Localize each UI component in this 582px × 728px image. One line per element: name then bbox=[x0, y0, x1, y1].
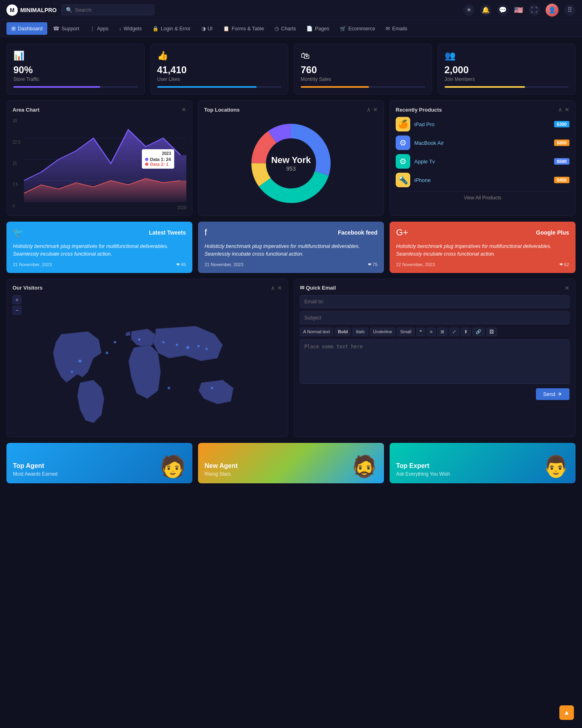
stat-bar-0 bbox=[13, 86, 138, 88]
product-name-2[interactable]: Apple Tv bbox=[414, 159, 550, 165]
product-name-0[interactable]: iPad Pro bbox=[414, 121, 550, 127]
social-header-0: 🐦 Latest Tweets bbox=[13, 227, 186, 238]
tb-italic[interactable]: Italic bbox=[352, 328, 368, 336]
visitors-collapse-icon[interactable]: ∧ bbox=[271, 285, 275, 291]
svg-point-19 bbox=[211, 387, 213, 389]
svg-point-18 bbox=[205, 347, 208, 350]
nav-dashboard-label: Dashboard bbox=[18, 26, 42, 32]
tb-underline[interactable]: Underline bbox=[370, 328, 395, 336]
avatar[interactable]: 👤 bbox=[546, 4, 559, 17]
svg-point-20 bbox=[168, 387, 171, 389]
fullscreen-icon[interactable]: ⛶ bbox=[529, 4, 540, 16]
nav-widgets[interactable]: ↓ Widgets bbox=[114, 23, 146, 35]
send-button[interactable]: Send ✈ bbox=[536, 388, 569, 400]
donut-center: New York 953 bbox=[271, 155, 311, 172]
area-chart-close-icon[interactable]: ✕ bbox=[181, 106, 186, 113]
social-date-2: 22 November, 2023 bbox=[396, 262, 435, 267]
area-chart-header: Area Chart ✕ bbox=[13, 106, 186, 113]
recently-products-close-icon[interactable]: ✕ bbox=[565, 106, 569, 113]
stat-label-2: Monthly Sales bbox=[301, 76, 425, 82]
nav-forms[interactable]: 📋 Forms & Table bbox=[218, 22, 269, 35]
nav-charts[interactable]: ◷ Charts bbox=[270, 22, 301, 35]
map-zoom-in[interactable]: + bbox=[13, 295, 21, 304]
email-body[interactable] bbox=[300, 339, 569, 384]
social-row: 🐦 Latest Tweets Holisticly benchmark plu… bbox=[6, 222, 576, 273]
nav-dashboard[interactable]: ⊞ Dashboard bbox=[6, 22, 47, 35]
tb-grid[interactable]: ⊞ bbox=[437, 328, 447, 336]
nav-dashboard-icon: ⊞ bbox=[11, 25, 16, 32]
tb-upload[interactable]: ⬆ bbox=[461, 328, 471, 336]
tb-expand[interactable]: ⤢ bbox=[449, 328, 459, 336]
donut-value: 953 bbox=[271, 165, 311, 172]
search-icon: 🔍 bbox=[66, 7, 72, 13]
social-platform-1: Facebook feed bbox=[338, 229, 377, 236]
top-locations-header: Top Locations ∧ ✕ bbox=[204, 106, 378, 113]
search-bar[interactable]: 🔍 bbox=[61, 4, 154, 15]
social-date-0: 21 November, 2023 bbox=[13, 262, 52, 267]
sun-icon[interactable]: ☀ bbox=[463, 4, 474, 16]
grid-icon[interactable]: ⠿ bbox=[564, 4, 576, 16]
agent-card-0[interactable]: Top Agent Most Awards Earned 🧑 bbox=[6, 443, 192, 483]
recently-products-card: Recently Products ∧ ✕ 🍊 iPad Pro $300 ⚙ … bbox=[390, 100, 576, 216]
visitors-header: Our Visitors ∧ ✕ bbox=[13, 285, 282, 291]
stat-label-3: Join Members bbox=[445, 76, 569, 82]
social-header-2: G+ Google Plus bbox=[396, 227, 569, 238]
recently-products-collapse-icon[interactable]: ∧ bbox=[558, 106, 562, 113]
flag-icon[interactable]: 🇺🇸 bbox=[514, 6, 523, 15]
stat-value-0: 90% bbox=[13, 64, 138, 76]
tb-link[interactable]: 🔗 bbox=[472, 328, 485, 336]
agent-card-1[interactable]: New Agent Rising Stars 🧔 bbox=[198, 443, 384, 483]
social-likes-0: ❤ 45 bbox=[176, 262, 186, 267]
map-zoom-out[interactable]: − bbox=[13, 306, 21, 315]
donut-wrap: New York 953 bbox=[204, 117, 378, 210]
tb-small[interactable]: Small bbox=[397, 328, 415, 336]
bell-icon[interactable]: 🔔 bbox=[480, 4, 491, 16]
nav-forms-label: Forms & Table bbox=[232, 26, 264, 32]
visitors-close-icon[interactable]: ✕ bbox=[277, 285, 282, 291]
social-icon-1: f bbox=[205, 227, 207, 238]
view-all-products[interactable]: View All Products bbox=[396, 191, 569, 201]
top-locations-collapse-icon[interactable]: ∧ bbox=[367, 106, 371, 113]
social-footer-1: 21 November, 2023 ❤ 75 bbox=[205, 262, 377, 267]
nav-ecommerce-icon: 🛒 bbox=[340, 25, 346, 32]
map-controls: + − bbox=[13, 295, 282, 315]
chat-icon[interactable]: 💬 bbox=[497, 4, 508, 16]
agent-desc-2: Ask Everything You Wish bbox=[396, 471, 450, 477]
nav-emails-icon: ✉ bbox=[386, 25, 390, 32]
main-nav: ⊞ Dashboard ☎ Support ⋮ Apps ↓ Widgets 🔒… bbox=[0, 20, 582, 37]
product-name-3[interactable]: iPhone bbox=[414, 177, 550, 183]
email-to-field[interactable] bbox=[300, 295, 569, 308]
tb-bold[interactable]: Bold bbox=[335, 328, 351, 336]
area-chart-wrap: 30 22.5 15 7.5 0 bbox=[13, 117, 186, 210]
nav-apps[interactable]: ⋮ Apps bbox=[85, 22, 114, 35]
nav-emails[interactable]: ✉ Emails bbox=[381, 22, 412, 35]
nav-support[interactable]: ☎ Support bbox=[48, 22, 84, 35]
email-subject-field[interactable] bbox=[300, 311, 569, 324]
recently-products-controls: ∧ ✕ bbox=[558, 106, 569, 113]
search-input[interactable] bbox=[75, 7, 148, 13]
top-locations-close-icon[interactable]: ✕ bbox=[373, 106, 378, 113]
agent-desc-1: Rising Stars bbox=[205, 471, 238, 477]
nav-pages[interactable]: 📄 Pages bbox=[302, 22, 334, 35]
stat-card-3: 👥 2,000 Join Members bbox=[438, 44, 576, 95]
social-likes-2: ❤ 62 bbox=[559, 262, 569, 267]
product-icon-2: ⚙ bbox=[396, 154, 410, 169]
email-controls: ✕ bbox=[565, 285, 569, 291]
nav-ecommerce[interactable]: 🛒 Ecommerce bbox=[335, 22, 380, 35]
agent-role-2: Top Expert bbox=[396, 462, 450, 470]
map-svg bbox=[13, 318, 282, 431]
agent-info-0: Top Agent Most Awards Earned bbox=[13, 462, 58, 477]
nav-ui[interactable]: ◑ UI bbox=[196, 22, 218, 35]
chart-x-labels: 2020 bbox=[24, 205, 186, 210]
email-close-icon[interactable]: ✕ bbox=[565, 285, 569, 291]
tb-quote[interactable]: ❝ bbox=[416, 328, 425, 336]
nav-charts-icon: ◷ bbox=[274, 25, 279, 32]
tb-list[interactable]: ≡ bbox=[427, 328, 436, 336]
product-name-1[interactable]: MacBook Air bbox=[414, 140, 550, 146]
tb-normal-text[interactable]: A Normal text bbox=[300, 328, 333, 336]
agent-card-2[interactable]: Top Expert Ask Everything You Wish 👨 bbox=[390, 443, 576, 483]
tb-image[interactable]: 🖼 bbox=[486, 328, 497, 336]
stat-bar-1 bbox=[157, 86, 282, 88]
nav-login[interactable]: 🔒 Login & Error bbox=[148, 22, 196, 35]
email-toolbar: A Normal text Bold Italic Underline Smal… bbox=[300, 328, 569, 336]
